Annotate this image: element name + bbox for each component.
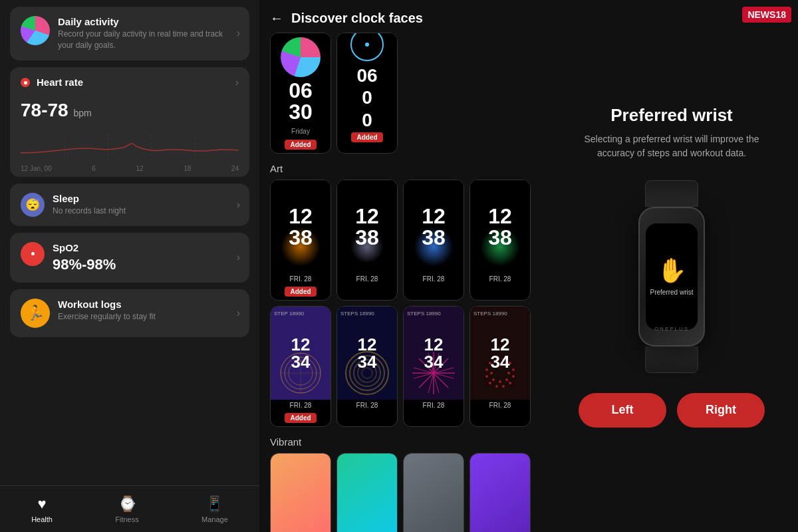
vibrant-clock-3[interactable]	[469, 453, 531, 532]
activity-icon	[21, 16, 50, 45]
art-face-1: 1238	[336, 180, 398, 273]
vibrant-clock-0[interactable]	[270, 453, 331, 532]
art-face-3: 1238	[469, 180, 531, 273]
svg-point-41	[490, 372, 493, 374]
step-label-2: STEPS 18990	[407, 311, 441, 317]
nav-manage[interactable]: 📱 Manage	[201, 495, 228, 523]
left-wrist-button[interactable]: Left	[579, 393, 666, 428]
step-label-0: STEP 18990	[274, 311, 304, 317]
spo2-content: SpO2 98%-98%	[53, 242, 239, 273]
svg-point-29	[502, 385, 505, 388]
art-clock-0[interactable]: 1238 FRI. 28 Added	[270, 180, 331, 301]
back-button[interactable]: ←	[270, 11, 283, 26]
art-date-1: FRI. 28	[356, 273, 378, 285]
nav-health[interactable]: ♥ Health	[31, 495, 53, 523]
heart-rate-card[interactable]: Heart rate › 78-78 bpm .chart-path { fil…	[10, 67, 249, 177]
left-panel: Daily activity Record your daily activit…	[0, 0, 259, 532]
step-clock-3[interactable]: STEPS 18990 1234 FRI. 28	[469, 306, 531, 427]
fitness-icon: ⌚	[118, 495, 136, 513]
clock-min-0: 30	[289, 101, 313, 122]
workout-card[interactable]: 🏃 Workout logs Exercise regularly to sta…	[10, 289, 249, 337]
activity-arrow: ›	[237, 27, 240, 39]
clock-min-1: 0 0	[362, 86, 372, 131]
step-label-1: STEPS 16990	[340, 311, 374, 317]
news18-logo: NEWS18	[742, 7, 791, 23]
svg-point-30	[495, 385, 498, 388]
step-date-2: FRI. 28	[423, 400, 445, 411]
workout-arrow: ›	[237, 307, 240, 319]
step-face-1: STEPS 16990 1234	[336, 307, 398, 400]
heart-rate-chart: .chart-path { fill: none; stroke: #e5393…	[21, 134, 239, 168]
spo2-card[interactable]: SpO2 98%-98% ›	[10, 233, 249, 283]
bottom-nav: ♥ Health ⌚ Fitness 📱 Manage	[0, 485, 259, 532]
art-clock-2[interactable]: 1238 FRI. 28	[403, 180, 464, 301]
art-clock-3[interactable]: 1238 FRI. 28	[469, 180, 531, 301]
added-badge-1: Added	[351, 132, 382, 142]
clock-day-0: Friday	[291, 126, 310, 138]
workout-icon: 🏃	[21, 299, 50, 328]
added-badge-0: Added	[285, 140, 316, 150]
svg-point-32	[485, 375, 488, 378]
workout-subtitle: Exercise regularly to stay fit	[58, 311, 239, 323]
brand-label: ONEPLUS	[640, 326, 704, 332]
art-face-2: 1238	[403, 180, 464, 273]
clock-hour-0: 06	[289, 80, 313, 101]
svg-point-28	[509, 382, 511, 384]
art-clock-1[interactable]: 1238 FRI. 28	[336, 180, 398, 301]
svg-point-37	[507, 372, 510, 374]
step-clock-2[interactable]: STEPS 18990 1234 FRI. 28	[403, 306, 464, 427]
spo2-value: 98%-98%	[53, 256, 239, 273]
activity-content: Daily activity Record your daily activit…	[58, 16, 239, 51]
clock-hour-1: 06	[356, 65, 377, 86]
health-icon: ♥	[38, 495, 47, 513]
svg-point-40	[492, 378, 495, 381]
svg-point-26	[512, 368, 515, 371]
art-date-2: FRI. 28	[423, 273, 445, 285]
watch-strap-top	[645, 180, 698, 207]
heart-rate-icon	[21, 78, 30, 87]
heart-rate-arrow: ›	[235, 76, 239, 88]
news-text: NEWS	[747, 9, 775, 20]
panel-title: Discover clock faces	[291, 11, 423, 26]
sleep-card[interactable]: 😴 Sleep No records last night ›	[10, 184, 249, 226]
svg-point-33	[485, 368, 488, 371]
wrist-buttons: Left Right	[579, 393, 765, 428]
right-wrist-button[interactable]: Right	[677, 393, 765, 428]
vibrant-clocks-grid	[259, 453, 545, 532]
top-clocks-row: 06 30 Friday Added 06 0 0	[259, 33, 545, 159]
right-panel: NEWS18 Preferred wrist Selecting a prefe…	[545, 0, 798, 532]
workout-content: Workout logs Exercise regularly to stay …	[58, 299, 239, 323]
step-clock-0[interactable]: STEP 18990 1234 FRI. 28 Added	[270, 306, 331, 427]
clock-circle-1	[350, 33, 384, 61]
clock-card-0[interactable]: 06 30 Friday Added	[270, 33, 331, 154]
watch-body: ✋ Preferred wrist ONEPLUS	[638, 207, 705, 346]
art-time-2: 1238	[422, 205, 446, 248]
daily-activity-card[interactable]: Daily activity Record your daily activit…	[10, 7, 249, 61]
clock-card-1[interactable]: 06 0 0 Added	[336, 33, 398, 154]
middle-panel: ← Discover clock faces 06 30 Friday Adde…	[259, 0, 545, 532]
spo2-arrow: ›	[237, 251, 240, 263]
vibrant-clock-2[interactable]	[403, 453, 464, 532]
workout-title: Workout logs	[58, 299, 239, 310]
sleep-title: Sleep	[53, 193, 239, 204]
svg-point-39	[499, 380, 501, 383]
chart-labels: 12 Jan, 00 6 12 18 24	[21, 165, 239, 172]
preferred-wrist-title: Preferred wrist	[610, 105, 733, 126]
step-face-0: STEP 18990 1234	[270, 307, 331, 400]
clock-dial-1	[281, 37, 321, 77]
spo2-title: SpO2	[53, 242, 239, 253]
num-text: 18	[775, 9, 786, 20]
spo2-icon	[21, 242, 45, 266]
art-time-0: 1238	[289, 205, 313, 248]
step-date-3: FRI. 28	[489, 400, 511, 411]
art-added-0: Added	[285, 287, 316, 297]
sleep-icon: 😴	[21, 193, 45, 217]
step-clock-1[interactable]: STEPS 16990 1234 FRI. 28	[336, 306, 398, 427]
manage-label: Manage	[201, 515, 228, 523]
vibrant-clock-1[interactable]	[336, 453, 398, 532]
nav-fitness[interactable]: ⌚ Fitness	[115, 495, 138, 523]
svg-point-31	[489, 382, 491, 384]
manage-icon: 📱	[205, 495, 223, 513]
sleep-arrow: ›	[237, 199, 240, 211]
art-face-0: 1238	[270, 180, 331, 273]
